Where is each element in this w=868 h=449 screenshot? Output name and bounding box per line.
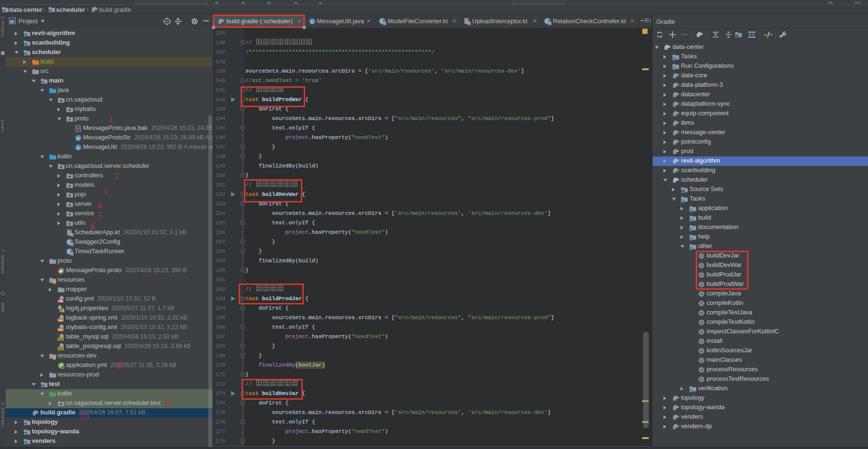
- svg-text:<>: <>: [59, 329, 63, 331]
- svg-text:<>: <>: [59, 319, 63, 322]
- svg-text:C: C: [311, 19, 314, 24]
- svg-text:SQL: SQL: [58, 338, 64, 340]
- svg-text:C: C: [77, 145, 80, 150]
- svg-text:SQL: SQL: [58, 347, 64, 350]
- svg-text:YML: YML: [58, 300, 64, 302]
- svg-text:C: C: [77, 136, 80, 141]
